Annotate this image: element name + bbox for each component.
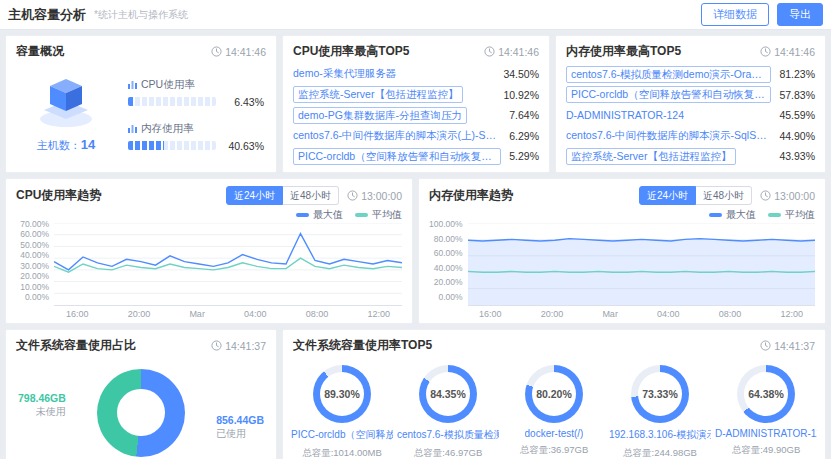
gauge-list: 89.30%PICC-orcldb（空间释放告警和自...总容量:1014.00… — [283, 357, 825, 459]
page-subtitle: *统计主机与操作系统 — [94, 8, 188, 22]
capacity-text: 总容量:46.97GB — [414, 447, 483, 459]
host-link[interactable]: D-ADMINISTRATOR-124 — [566, 109, 684, 121]
panel-time-text: 14:41:46 — [774, 46, 815, 58]
y-tick-label: 100.00% — [429, 219, 463, 229]
legend-item[interactable]: 平均值 — [355, 208, 402, 222]
panel-title: 内存使用率最高TOP5 — [566, 43, 681, 60]
filesystem-link[interactable]: docker-test(/) — [525, 428, 584, 439]
chart-area: 100.00%80.00%60.00%40.00%20.00%0.00% — [429, 223, 815, 306]
gauge-ring: 73.33% — [631, 365, 689, 423]
y-tick-label: 20.00% — [429, 277, 463, 287]
metric-progress-fill — [128, 97, 134, 106]
overview-metric: 内存使用率40.63% — [128, 122, 264, 152]
legend-item[interactable]: 平均值 — [768, 208, 815, 222]
x-tick-label: 08:00 — [719, 309, 742, 319]
host-link[interactable]: centos7.6-中间件数据库的脚本演示-SqlServer-2017 — [566, 129, 771, 143]
host-link[interactable]: PICC-orcldb（空间释放告警和自动恢复演示） — [293, 148, 501, 165]
capacity-overview-panel: 容量概况 14:41:46 — [5, 35, 277, 173]
panel-title: 内存使用率趋势 — [429, 187, 513, 204]
chart-legend: 最大值平均值 — [296, 208, 402, 222]
y-tick-label: 50.00% — [16, 240, 49, 250]
top5-row: demo-PG集群数据库-分担查询压力7.64% — [293, 106, 539, 125]
y-tick-label: 20.00% — [16, 271, 49, 281]
top5-row: centos7.6-中间件数据库的脚本演示(上)-SqlServer-20176… — [293, 126, 539, 145]
free-space-value: 798.46GB — [18, 391, 66, 405]
panel-title: 文件系统容量使用率TOP5 — [293, 337, 432, 354]
range-button[interactable]: 近48小时 — [696, 186, 752, 205]
gauge-ring: 80.20% — [525, 365, 583, 423]
filesystem-link[interactable]: D-ADMINISTRATOR-124(C:) — [715, 428, 817, 439]
capacity-text: 总容量:49.90GB — [732, 444, 801, 457]
row-trends: CPU使用率趋势 近24小时近48小时 13:00:00 最大值平均值 70.0… — [5, 178, 826, 324]
legend-marker — [296, 213, 309, 217]
gauge-ring: 84.35% — [419, 365, 477, 423]
usage-value: 45.59% — [779, 109, 815, 121]
trend-body: 最大值平均值 70.00%60.00%50.00%40.00%30.00%20.… — [6, 208, 412, 323]
host-link[interactable]: demo-PG集群数据库-分担查询压力 — [293, 107, 467, 124]
gauge-percent: 89.30% — [324, 388, 360, 400]
y-tick-label: 30.00% — [16, 261, 49, 271]
mem-top5-list: centos7.6-模拟质量检测demo演示-Oracle-19c81.23%P… — [556, 63, 825, 172]
metric-value: 6.43% — [222, 96, 264, 108]
chart-area: 70.00%60.00%50.00%40.00%30.00%20.00%10.0… — [16, 223, 402, 306]
x-tick-label: 08:00 — [306, 309, 329, 319]
x-tick-label: 20:00 — [128, 309, 151, 319]
panel-time-text: 14:41:37 — [774, 340, 815, 352]
clock-icon — [211, 46, 222, 57]
filesystem-link[interactable]: PICC-orcldb（空间释放告警和自... — [291, 428, 393, 442]
line-chart — [54, 223, 402, 306]
clock-icon — [760, 340, 771, 351]
y-tick-label: 40.00% — [429, 263, 463, 273]
dashboard-content: 容量概况 14:41:46 — [0, 30, 831, 459]
donut-label-used: 856.44GB 已使用 — [216, 413, 264, 441]
host-count: 主机数：14 — [18, 137, 114, 153]
gauge-percent: 73.33% — [642, 388, 678, 400]
host-link[interactable]: 监控系统-Server【包括进程监控】 — [293, 86, 463, 103]
top5-row: centos7.6-中间件数据库的脚本演示-SqlServer-201744.9… — [566, 126, 815, 145]
legend-item[interactable]: 最大值 — [709, 208, 756, 222]
filesystem-link[interactable]: centos7.6-模拟质量检测demo... — [397, 428, 499, 442]
row-top: 容量概况 14:41:46 — [5, 35, 826, 173]
y-tick-label: 0.00% — [16, 292, 49, 302]
x-tick-label: 04:00 — [657, 309, 680, 319]
panel-title: 文件系统容量使用占比 — [16, 337, 136, 354]
host-link[interactable]: centos7.6-模拟质量检测demo演示-Oracle-19c — [566, 66, 771, 83]
clock-icon — [484, 46, 495, 57]
range-button[interactable]: 近24小时 — [639, 186, 696, 205]
clock-icon — [760, 190, 771, 201]
range-button[interactable]: 近24小时 — [226, 186, 283, 205]
detail-data-button[interactable]: 详细数据 — [701, 3, 769, 25]
top5-row: D-ADMINISTRATOR-12445.59% — [566, 106, 815, 125]
host-link[interactable]: PICC-orcldb（空间释放告警和自动恢复演示） — [566, 86, 771, 103]
host-link[interactable]: centos7.6-中间件数据库的脚本演示(上)-SqlServer-2017 — [293, 129, 501, 143]
panel-header: CPU使用率趋势 近24小时近48小时 13:00:00 — [6, 179, 412, 208]
gauge-mini-icon — [128, 79, 137, 91]
panel-time-text: 14:41:37 — [225, 340, 266, 352]
panel-header: 内存使用率趋势 近24小时近48小时 13:00:00 — [419, 179, 825, 208]
panel-header: 容量概况 14:41:46 — [6, 36, 276, 63]
x-tick-label: Mar — [189, 309, 205, 319]
donut-body: 798.46GB 未使用 856.44GB 已使用 — [6, 357, 276, 459]
x-tick-label: Mar — [602, 309, 618, 319]
export-button[interactable]: 导出 — [777, 3, 823, 25]
panel-timestamp: 14:41:37 — [211, 340, 266, 352]
metric-label-row: 内存使用率 — [128, 122, 264, 136]
host-link[interactable]: demo-采集代理服务器 — [293, 67, 396, 81]
capacity-text: 总容量:244.98GB — [623, 447, 697, 459]
legend-item[interactable]: 最大值 — [296, 208, 343, 222]
host-link[interactable]: 监控系统-Server【包括进程监控】 — [566, 148, 736, 165]
panel-header: 文件系统容量使用率TOP5 14:41:37 — [283, 330, 825, 357]
donut-label-free: 798.46GB 未使用 — [18, 391, 66, 419]
usage-value: 44.90% — [779, 130, 815, 142]
metric-value: 40.63% — [222, 140, 264, 152]
cpu-trend-panel: CPU使用率趋势 近24小时近48小时 13:00:00 最大值平均值 70.0… — [5, 178, 413, 324]
range-button[interactable]: 近48小时 — [283, 186, 339, 205]
top5-row: demo-采集代理服务器34.50% — [293, 65, 539, 84]
cpu-top5-panel: CPU使用率最高TOP5 14:41:46 demo-采集代理服务器34.50%… — [282, 35, 550, 173]
gauge-ring: 64.38% — [737, 365, 795, 423]
y-tick-label: 60.00% — [16, 229, 49, 239]
metric-label: CPU使用率 — [141, 78, 195, 92]
filesystem-link[interactable]: 192.168.3.106-模拟演示(/) — [609, 428, 711, 442]
panel-timestamp: 13:00:00 — [347, 190, 402, 202]
metric-bar-row: 40.63% — [128, 140, 264, 152]
